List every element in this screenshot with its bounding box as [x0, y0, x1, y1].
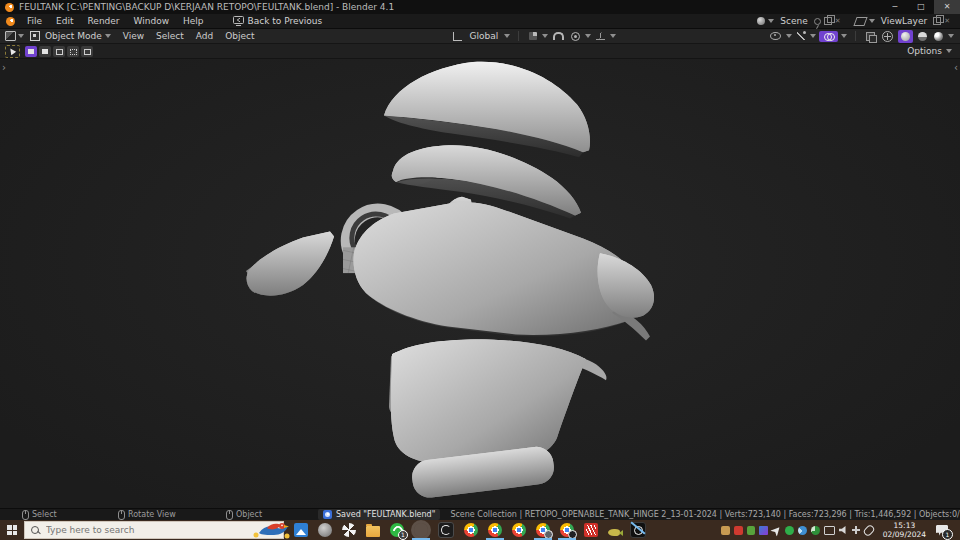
mode-chevron-icon[interactable]	[105, 34, 111, 38]
3d-viewport[interactable]: › ‹	[0, 59, 960, 508]
falloff-chevron-icon[interactable]	[610, 34, 616, 38]
menu-view[interactable]: View	[117, 29, 150, 43]
taskbar-app-file-explorer-icon[interactable]	[366, 526, 380, 537]
taskbar-app-chrome-2-icon[interactable]	[488, 523, 502, 537]
viewlayer-chevron-icon[interactable]	[869, 19, 875, 23]
taskbar-search[interactable]	[24, 521, 284, 539]
solid-shading-toggle[interactable]	[898, 30, 913, 43]
taskbar-app-blender-icon[interactable]	[414, 523, 428, 537]
left-mouse-icon	[22, 510, 29, 520]
select-box-active-icon[interactable]	[25, 46, 37, 57]
object-types-chevron-icon[interactable]	[786, 34, 792, 38]
shading-chevron-icon[interactable]	[948, 34, 954, 38]
tray-plus-controller-icon[interactable]	[852, 526, 861, 535]
snap-target-icon[interactable]	[529, 32, 537, 40]
transform-orientation-icon	[453, 32, 462, 41]
new-viewlayer-icon[interactable]	[933, 17, 941, 25]
mode-selector[interactable]: Object Mode	[45, 31, 102, 41]
taskbar-app-shutter-icon[interactable]	[438, 522, 454, 538]
maximize-button[interactable]: □	[908, 0, 934, 14]
tray-display-app-icon[interactable]	[759, 526, 768, 535]
back-to-previous-button[interactable]: Back to Previous	[227, 16, 329, 26]
menu-window[interactable]: Window	[127, 14, 177, 28]
pin-icon[interactable]	[814, 18, 821, 25]
minimize-button[interactable]: ─	[882, 0, 908, 14]
tray-monitor-icon[interactable]	[824, 526, 835, 535]
tray-usb-link-icon[interactable]	[862, 523, 875, 536]
select-extend-icon[interactable]	[53, 46, 65, 57]
scene-selector[interactable]: Scene	[780, 16, 807, 26]
material-shading-icon[interactable]	[918, 32, 927, 41]
select-subtract-icon[interactable]	[67, 46, 79, 57]
search-input[interactable]	[44, 524, 208, 536]
show-object-types-icon[interactable]	[770, 32, 781, 40]
main-tank-body[interactable]	[354, 202, 641, 336]
tray-tan-app-icon[interactable]	[721, 526, 730, 535]
left-bracket-fin[interactable]	[246, 231, 334, 295]
wireframe-shading-icon[interactable]	[882, 31, 893, 42]
falloff-curve-icon[interactable]	[596, 32, 605, 40]
select-new-icon[interactable]	[39, 46, 51, 57]
tray-green-utility-icon[interactable]	[747, 526, 755, 535]
start-button[interactable]	[0, 520, 24, 540]
taskbar-app-stripes-icon[interactable]	[584, 523, 598, 537]
tweak-tool-icon[interactable]	[5, 45, 20, 58]
tray-paper-plane-icon[interactable]	[770, 524, 783, 537]
hint-rotate-label: Rotate View	[128, 510, 176, 519]
proportional-chevron-icon[interactable]	[585, 34, 591, 38]
unlink-scene-icon[interactable]: ✕	[835, 18, 841, 25]
blender-menu-icon[interactable]	[6, 17, 15, 26]
hint-select: Select	[22, 510, 118, 520]
taskbar-app-photos-icon[interactable]	[294, 523, 308, 537]
menu-edit[interactable]: Edit	[49, 14, 80, 28]
windows-logo-icon	[7, 525, 17, 535]
rendered-shading-icon[interactable]	[934, 32, 943, 41]
close-button[interactable]: ✕	[934, 0, 960, 14]
new-scene-icon[interactable]	[824, 17, 832, 25]
inner-tank-tub[interactable]	[389, 340, 607, 464]
solid-shading-icon	[901, 32, 910, 41]
tray-green-circle-icon[interactable]	[785, 526, 794, 535]
remove-viewlayer-icon[interactable]: ✕	[944, 18, 950, 25]
menu-help[interactable]: Help	[176, 14, 211, 28]
viewlayer-selector[interactable]: ViewLayer	[881, 16, 927, 26]
options-dropdown[interactable]: Options	[907, 46, 960, 56]
tray-blue-sync-icon[interactable]	[798, 526, 807, 535]
taskbar-app-chrome-3-icon[interactable]	[512, 523, 526, 537]
menu-add[interactable]: Add	[190, 29, 219, 43]
taskbar-app-chrome-5-icon[interactable]	[560, 523, 574, 537]
proportional-edit-icon[interactable]	[571, 32, 580, 41]
select-intersect-icon[interactable]	[81, 46, 93, 57]
taskbar-clock[interactable]: 15:13 02/09/2024	[883, 521, 926, 539]
tray-red-app-icon[interactable]	[734, 526, 743, 535]
tank-outer-shell[interactable]	[384, 62, 590, 157]
tray-disk-pie-icon[interactable]	[811, 526, 820, 535]
scene-chevron-icon[interactable]	[768, 19, 774, 23]
taskbar-app-fish-icon[interactable]	[608, 529, 620, 536]
taskbar-app-orb-icon[interactable]	[318, 523, 332, 537]
blender-window: FEULTANK [C:\PENTING\BACKUP D\KERJAAN RE…	[0, 0, 960, 540]
xray-toggle-icon[interactable]	[866, 32, 875, 41]
overlays-toggle[interactable]	[819, 31, 838, 42]
back-to-previous-label: Back to Previous	[248, 16, 323, 26]
menu-render[interactable]: Render	[81, 14, 127, 28]
overlays-chevron-icon[interactable]	[841, 34, 847, 38]
magnet-snap-icon[interactable]	[553, 32, 564, 40]
taskbar-app-chrome-1-icon[interactable]	[464, 523, 478, 537]
taskbar-app-pinwheel-icon[interactable]	[342, 523, 356, 537]
snap-chevron-icon[interactable]	[542, 34, 548, 38]
menu-object[interactable]: Object	[219, 29, 260, 43]
action-center-button[interactable]: 1	[936, 525, 948, 536]
gizmos-chevron-icon[interactable]	[810, 34, 816, 38]
orientation-selector[interactable]: Global	[470, 31, 499, 41]
orientation-chevron-icon[interactable]	[504, 34, 510, 38]
menu-file[interactable]: File	[20, 14, 49, 28]
gizmos-icon[interactable]	[797, 32, 805, 40]
taskbar-app-chrome-4-icon[interactable]	[536, 523, 550, 537]
editor-type-icon[interactable]	[5, 31, 16, 41]
tray-volume-icon[interactable]	[839, 526, 848, 535]
menu-select[interactable]: Select	[150, 29, 190, 43]
taskbar-app-whatsapp-icon[interactable]: 1	[390, 523, 404, 537]
taskbar-app-clock-icon[interactable]	[630, 522, 646, 538]
editor-type-chevron-icon[interactable]	[18, 34, 24, 38]
